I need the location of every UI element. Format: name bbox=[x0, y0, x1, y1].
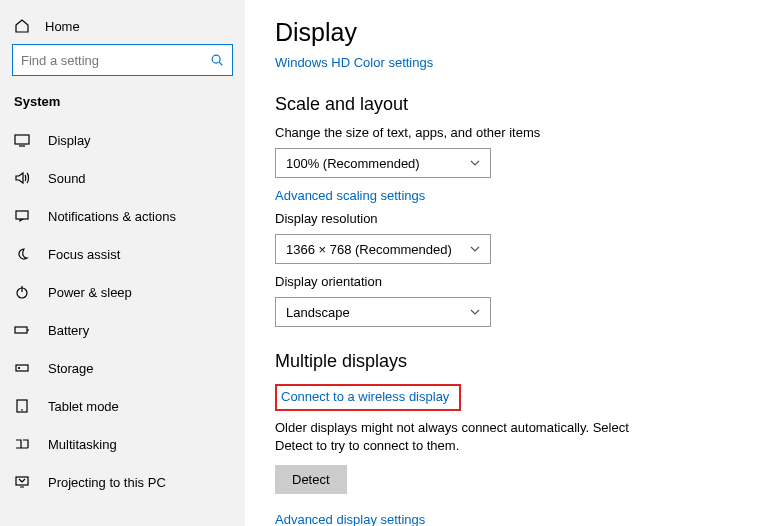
focus-icon bbox=[14, 246, 30, 262]
tablet-icon bbox=[14, 398, 30, 414]
highlight-box: Connect to a wireless display bbox=[275, 384, 461, 411]
multitasking-icon bbox=[14, 436, 30, 452]
orientation-value: Landscape bbox=[286, 305, 350, 320]
notifications-icon bbox=[14, 208, 30, 224]
connect-wireless-link[interactable]: Connect to a wireless display bbox=[281, 389, 449, 404]
svg-point-6 bbox=[19, 368, 20, 369]
search-input[interactable] bbox=[12, 44, 233, 76]
display-icon bbox=[14, 132, 30, 148]
resolution-label: Display resolution bbox=[275, 211, 738, 226]
page-title: Display bbox=[275, 18, 738, 47]
sidebar-item-storage[interactable]: Storage bbox=[0, 349, 245, 387]
scale-heading: Scale and layout bbox=[275, 94, 738, 115]
storage-icon bbox=[14, 360, 30, 376]
detect-note: Older displays might not always connect … bbox=[275, 419, 655, 455]
sidebar-item-sound[interactable]: Sound bbox=[0, 159, 245, 197]
sidebar-item-label: Power & sleep bbox=[48, 285, 132, 300]
sidebar-item-battery[interactable]: Battery bbox=[0, 311, 245, 349]
chevron-down-icon bbox=[470, 158, 480, 168]
sidebar-item-tablet[interactable]: Tablet mode bbox=[0, 387, 245, 425]
battery-icon bbox=[14, 322, 30, 338]
advanced-display-link[interactable]: Advanced display settings bbox=[275, 512, 425, 526]
sidebar-item-projecting[interactable]: Projecting to this PC bbox=[0, 463, 245, 501]
svg-rect-5 bbox=[16, 365, 28, 371]
sidebar-item-label: Battery bbox=[48, 323, 89, 338]
sidebar-item-label: Tablet mode bbox=[48, 399, 119, 414]
svg-rect-4 bbox=[15, 327, 27, 333]
multiple-heading: Multiple displays bbox=[275, 351, 738, 372]
sidebar-item-power[interactable]: Power & sleep bbox=[0, 273, 245, 311]
sidebar-item-label: Projecting to this PC bbox=[48, 475, 166, 490]
svg-point-0 bbox=[212, 55, 220, 63]
home-link[interactable]: Home bbox=[0, 12, 245, 44]
sidebar-item-label: Multitasking bbox=[48, 437, 117, 452]
power-icon bbox=[14, 284, 30, 300]
sidebar-item-label: Storage bbox=[48, 361, 94, 376]
chevron-down-icon bbox=[470, 244, 480, 254]
orientation-select[interactable]: Landscape bbox=[275, 297, 491, 327]
sidebar-item-multitasking[interactable]: Multitasking bbox=[0, 425, 245, 463]
svg-rect-2 bbox=[16, 211, 28, 219]
resolution-select[interactable]: 1366 × 768 (Recommended) bbox=[275, 234, 491, 264]
orientation-label: Display orientation bbox=[275, 274, 738, 289]
sidebar-item-label: Display bbox=[48, 133, 91, 148]
sidebar-item-label: Focus assist bbox=[48, 247, 120, 262]
sidebar-item-display[interactable]: Display bbox=[0, 121, 245, 159]
svg-rect-1 bbox=[15, 135, 29, 144]
resolution-value: 1366 × 768 (Recommended) bbox=[286, 242, 452, 257]
sound-icon bbox=[14, 170, 30, 186]
search-field[interactable] bbox=[21, 53, 210, 68]
svg-rect-8 bbox=[16, 477, 28, 485]
home-icon bbox=[14, 18, 30, 34]
sidebar-item-label: Sound bbox=[48, 171, 86, 186]
home-label: Home bbox=[45, 19, 80, 34]
sidebar-item-focus[interactable]: Focus assist bbox=[0, 235, 245, 273]
search-icon bbox=[210, 53, 224, 67]
sidebar: Home System Display Sound Notifications … bbox=[0, 0, 245, 526]
hd-color-link[interactable]: Windows HD Color settings bbox=[275, 55, 433, 70]
projecting-icon bbox=[14, 474, 30, 490]
chevron-down-icon bbox=[470, 307, 480, 317]
advanced-scaling-link[interactable]: Advanced scaling settings bbox=[275, 188, 425, 203]
size-label: Change the size of text, apps, and other… bbox=[275, 125, 738, 140]
scale-select[interactable]: 100% (Recommended) bbox=[275, 148, 491, 178]
sidebar-item-notifications[interactable]: Notifications & actions bbox=[0, 197, 245, 235]
main-content: Display Windows HD Color settings Scale … bbox=[245, 0, 768, 526]
detect-button[interactable]: Detect bbox=[275, 465, 347, 494]
sidebar-item-label: Notifications & actions bbox=[48, 209, 176, 224]
scale-value: 100% (Recommended) bbox=[286, 156, 420, 171]
section-title: System bbox=[0, 88, 245, 121]
